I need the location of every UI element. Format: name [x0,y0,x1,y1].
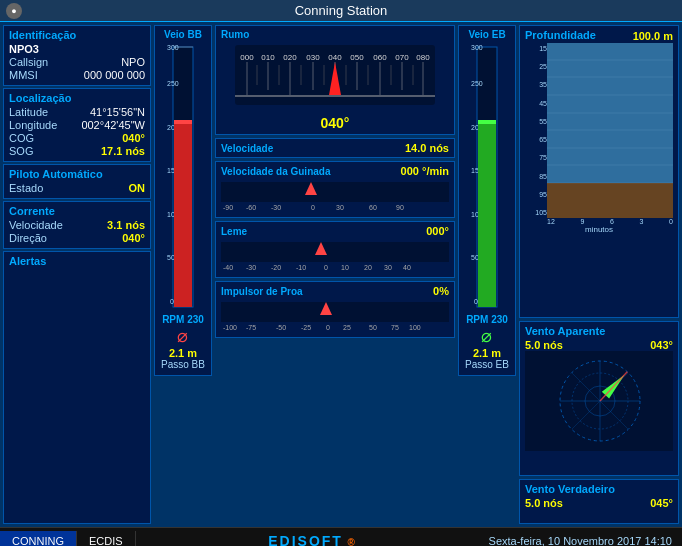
leme-value: 000° [426,225,449,237]
svg-text:10: 10 [341,264,349,271]
svg-text:-10: -10 [296,264,306,271]
tab-conning[interactable]: CONNING [0,531,77,547]
svg-text:0: 0 [170,298,174,305]
direcao-value: 040° [122,232,145,244]
bottom-datetime: Sexta-feira, 10 Novembro 2017 14:10 [489,535,682,547]
depth-x-9: 9 [580,218,584,225]
corrente-section: Corrente Velocidade 3.1 nós Direção 040° [3,201,151,249]
leme-panel: Leme 000° -40 -30 -20 -10 0 10 20 30 40 [215,221,455,278]
vento-verdadeiro-values: 5.0 nós 045° [525,497,673,509]
piloto-title: Piloto Automático [9,168,145,180]
depth-y-105: 105 [525,209,547,216]
leme-title: Leme [221,226,247,237]
svg-text:050: 050 [350,53,364,62]
depth-y-85: 85 [525,173,547,180]
left-panel: Identificação NPO3 Callsign NPO MMSI 000… [3,25,151,524]
depth-y-axis: 15 25 35 45 55 65 75 85 95 105 [525,43,547,218]
guinada-panel: Velocidade da Guinada 000 °/min -90 -60 … [215,161,455,218]
svg-text:040: 040 [328,53,342,62]
veio-bb-passo-value: 2.1 m [169,347,197,359]
vento-verdadeiro-speed: 5.0 nós [525,497,563,509]
vento-verdadeiro-panel: Vento Verdadeiro 5.0 nós 045° [519,479,679,524]
svg-text:100: 100 [409,324,421,331]
svg-text:-100: -100 [223,324,237,331]
veio-bb-passo-label: Passo BB [161,359,205,370]
latitude-label: Latitude [9,106,48,118]
svg-text:030: 030 [306,53,320,62]
veio-eb-passo-label: Passo EB [465,359,509,370]
velocidade-value: 14.0 nós [405,142,449,154]
svg-text:-90: -90 [223,204,233,211]
svg-rect-80 [478,120,496,124]
svg-text:060: 060 [373,53,387,62]
mmsi-value: 000 000 000 [84,69,145,81]
depth-y-35: 35 [525,81,547,88]
cog-label: COG [9,132,34,144]
velocidade-title: Velocidade [221,143,273,154]
svg-text:-30: -30 [271,204,281,211]
svg-text:0: 0 [326,324,330,331]
svg-text:75: 75 [391,324,399,331]
veio-eb-title: Veio EB [468,29,505,40]
svg-text:25: 25 [343,324,351,331]
svg-text:50: 50 [369,324,377,331]
localizacao-title: Localização [9,92,145,104]
veio-bb-rpm-bottom: RPM 230 ⌀ 2.1 m Passo BB [159,312,207,372]
svg-text:0: 0 [311,204,315,211]
veio-eb-gauge: 300 250 200 150 100 50 0 [469,42,505,312]
callsign-label: Callsign [9,56,48,68]
rumo-title: Rumo [221,29,449,40]
main-content: Identificação NPO3 Callsign NPO MMSI 000… [0,22,682,527]
svg-text:-40: -40 [223,264,233,271]
svg-text:0: 0 [324,264,328,271]
svg-text:020: 020 [283,53,297,62]
logo-text: EDISOFT [268,533,343,547]
rumo-panel: Rumo 000 010 020 030 040 [215,25,455,135]
velocidade-value: 3.1 nós [107,219,145,231]
veio-eb-rpm-label: RPM 230 [466,314,508,325]
guinada-value: 000 °/min [401,165,449,177]
depth-x-axis: 12 9 6 3 0 [525,218,673,225]
impulsor-panel: Impulsor de Proa 0% -100 -75 -50 -25 0 2… [215,281,455,338]
svg-text:40: 40 [403,264,411,271]
svg-rect-40 [221,182,449,202]
svg-rect-60 [221,302,449,322]
svg-text:-75: -75 [246,324,256,331]
profundidade-title: Profundidade [525,29,596,41]
profundidade-header: Profundidade 100.0 m [525,29,673,43]
depth-y-95: 95 [525,191,547,198]
vessel-name: NPO3 [9,43,145,55]
velocidade-label: Velocidade [9,219,63,231]
svg-text:50: 50 [471,254,479,261]
svg-text:-30: -30 [246,264,256,271]
depth-y-15: 15 [525,45,547,52]
svg-text:30: 30 [336,204,344,211]
veio-eb-panel: Veio EB 300 250 200 150 100 50 0 RPM 230 [458,25,516,376]
localizacao-section: Localização Latitude 41°15'56"N Longitud… [3,88,151,162]
depth-y-75: 75 [525,154,547,161]
guinada-row: Velocidade da Guinada 000 °/min [221,165,449,177]
profundidade-value: 100.0 m [633,30,673,42]
svg-text:30: 30 [384,264,392,271]
sog-label: SOG [9,145,33,157]
svg-rect-49 [221,242,449,262]
svg-rect-83 [547,183,673,218]
minutos-label: minutos [525,225,673,234]
svg-text:250: 250 [167,80,179,87]
profundidade-panel: Profundidade 100.0 m 15 25 35 45 55 65 7… [519,25,679,318]
latitude-value: 41°15'56"N [90,106,145,118]
impulsor-row: Impulsor de Proa 0% [221,285,449,297]
identificacao-title: Identificação [9,29,145,41]
svg-text:50: 50 [167,254,175,261]
right-panel: Profundidade 100.0 m 15 25 35 45 55 65 7… [519,25,679,524]
tab-ecdis[interactable]: ECDIS [77,531,136,547]
depth-y-55: 55 [525,118,547,125]
compass-svg: 000 010 020 030 040 050 060 070 080 [235,40,435,115]
vento-aparente-panel: Vento Aparente 5.0 nós 043° [519,321,679,476]
vento-verdadeiro-direction: 045° [650,497,673,509]
vento-verdadeiro-header: Vento Verdadeiro [525,483,673,497]
veio-eb-passo-value: 2.1 m [473,347,501,359]
impulsor-title: Impulsor de Proa [221,286,303,297]
guinada-title: Velocidade da Guinada [221,166,330,177]
svg-text:0: 0 [474,298,478,305]
